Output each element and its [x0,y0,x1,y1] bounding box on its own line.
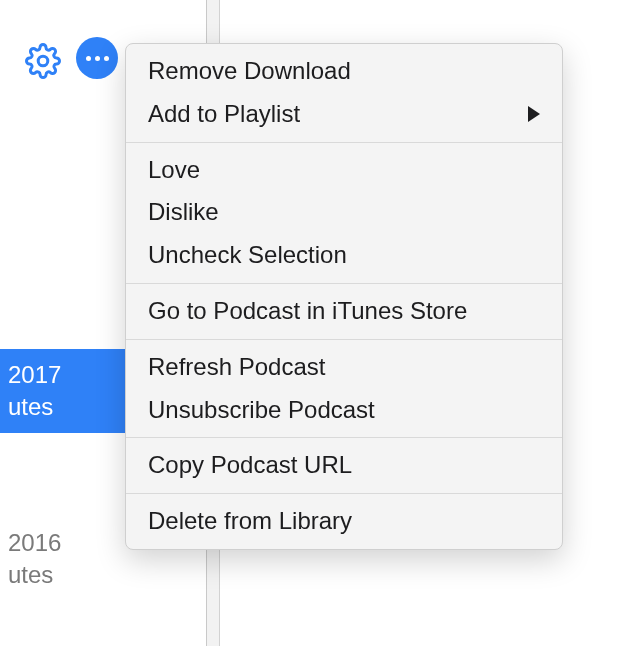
menu-group: Remove DownloadAdd to Playlist [126,44,562,142]
menu-item-label: Uncheck Selection [148,238,540,273]
menu-group: Delete from Library [126,494,562,549]
menu-item-go-to-store[interactable]: Go to Podcast in iTunes Store [126,290,562,333]
gear-icon [25,43,61,79]
menu-group: Copy Podcast URL [126,438,562,493]
context-menu: Remove DownloadAdd to PlaylistLoveDislik… [125,43,563,550]
menu-group: Refresh PodcastUnsubscribe Podcast [126,340,562,438]
menu-item-unsubscribe[interactable]: Unsubscribe Podcast [126,389,562,432]
submenu-arrow-icon [528,106,540,122]
menu-item-label: Delete from Library [148,504,540,539]
settings-button[interactable] [22,40,64,82]
menu-item-delete-library[interactable]: Delete from Library [126,500,562,543]
menu-item-label: Copy Podcast URL [148,448,540,483]
list-item-duration-fragment: utes [8,559,206,591]
menu-item-remove-download[interactable]: Remove Download [126,50,562,93]
svg-point-0 [38,56,48,66]
more-options-button[interactable] [76,37,118,79]
menu-item-refresh-podcast[interactable]: Refresh Podcast [126,346,562,389]
menu-item-add-to-playlist[interactable]: Add to Playlist [126,93,562,136]
menu-item-label: Dislike [148,195,540,230]
menu-item-uncheck-selection[interactable]: Uncheck Selection [126,234,562,277]
menu-item-label: Remove Download [148,54,540,89]
menu-group: Go to Podcast in iTunes Store [126,284,562,339]
menu-item-label: Love [148,153,540,188]
menu-item-label: Refresh Podcast [148,350,540,385]
menu-item-dislike[interactable]: Dislike [126,191,562,234]
menu-item-label: Go to Podcast in iTunes Store [148,294,540,329]
menu-item-copy-url[interactable]: Copy Podcast URL [126,444,562,487]
menu-item-label: Add to Playlist [148,97,518,132]
menu-item-label: Unsubscribe Podcast [148,393,540,428]
menu-item-love[interactable]: Love [126,149,562,192]
ellipsis-icon [86,56,109,61]
menu-group: LoveDislikeUncheck Selection [126,143,562,283]
